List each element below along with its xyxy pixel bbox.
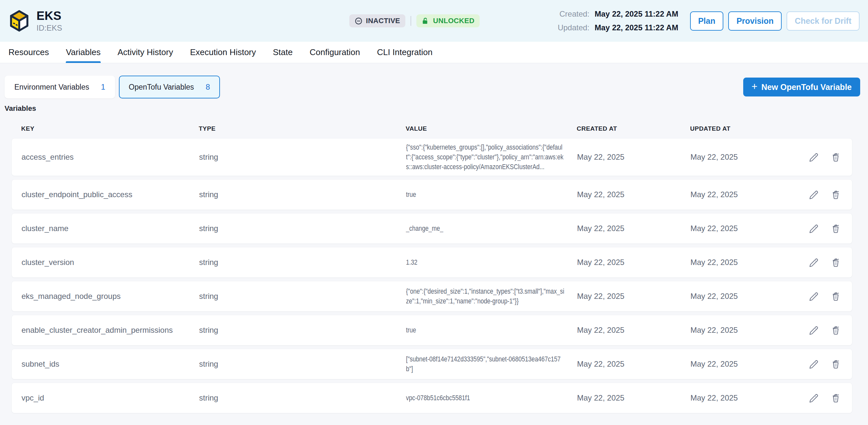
title-block: EKS ID:EKS <box>36 9 62 33</box>
variable-type: string <box>199 224 406 233</box>
pencil-icon <box>808 257 819 268</box>
row-actions <box>798 257 842 268</box>
tab-label: Execution History <box>190 47 256 57</box>
variable-type: string <box>199 393 406 402</box>
edit-variable-button[interactable] <box>808 359 819 369</box>
variable-key: eks_managed_node_groups <box>22 292 199 301</box>
tab-execution-history[interactable]: Execution History <box>190 42 256 63</box>
plan-button[interactable]: Plan <box>690 11 724 31</box>
delete-variable-button[interactable] <box>831 257 841 268</box>
tab-activity-history[interactable]: Activity History <box>118 42 173 63</box>
delete-variable-button[interactable] <box>831 393 841 403</box>
tab-label: Activity History <box>118 47 173 57</box>
variable-created-at: May 22, 2025 <box>577 258 690 267</box>
row-actions <box>798 152 842 162</box>
variable-created-at: May 22, 2025 <box>577 393 690 402</box>
variable-type: string <box>199 258 406 267</box>
variable-type-subtabs: Environment Variables 1 OpenTofu Variabl… <box>5 75 220 98</box>
tab-label: State <box>273 47 293 57</box>
variables-toolbar: Environment Variables 1 OpenTofu Variabl… <box>5 75 860 98</box>
delete-variable-button[interactable] <box>831 152 841 162</box>
tab-configuration[interactable]: Configuration <box>310 42 360 63</box>
variable-key: enable_cluster_creator_admin_permissions <box>22 326 199 335</box>
table-row: cluster_endpoint_public_access string tr… <box>11 179 852 210</box>
row-actions <box>798 223 842 234</box>
variable-value: true <box>406 325 577 335</box>
table-row: enable_cluster_creator_admin_permissions… <box>11 315 852 345</box>
environment-header: EKS ID:EKS INACTIVE UNLOCKED Created: Ma… <box>0 0 868 42</box>
edit-variable-button[interactable] <box>808 325 819 335</box>
provision-button[interactable]: Provision <box>728 11 782 31</box>
variable-key: subnet_ids <box>22 360 199 369</box>
delete-variable-button[interactable] <box>831 223 841 234</box>
tab-label: CLI Integration <box>377 47 433 57</box>
minus-circle-icon <box>354 17 363 25</box>
variable-created-at: May 22, 2025 <box>577 190 690 199</box>
table-row: cluster_name string _change_me_ May 22, … <box>11 213 852 244</box>
tofu-cube-logo-icon <box>8 10 30 32</box>
delete-variable-button[interactable] <box>831 325 841 335</box>
new-opentofu-variable-button[interactable]: + New OpenTofu Variable <box>743 78 860 96</box>
variable-updated-at: May 22, 2025 <box>690 153 798 162</box>
table-row: access_entries string {"sso":{"kubernete… <box>11 138 852 176</box>
variable-value: ["subnet-08f14e7142d333595","subnet-0680… <box>406 354 577 374</box>
edit-variable-button[interactable] <box>808 291 819 301</box>
lock-status-badge: UNLOCKED <box>416 14 479 27</box>
delete-variable-button[interactable] <box>831 291 841 301</box>
variable-created-at: May 22, 2025 <box>577 360 690 369</box>
column-header-type: TYPE <box>199 125 406 132</box>
variable-created-at: May 22, 2025 <box>577 153 690 162</box>
variable-key: cluster_version <box>22 258 199 267</box>
status-badge-inactive: INACTIVE <box>349 14 405 27</box>
edit-variable-button[interactable] <box>808 257 819 268</box>
status-badges: INACTIVE UNLOCKED <box>349 14 479 27</box>
tab-variables[interactable]: Variables <box>66 42 100 63</box>
variable-value: true <box>406 190 577 200</box>
tab-state[interactable]: State <box>273 42 293 63</box>
pencil-icon <box>808 359 819 369</box>
page-title: EKS <box>36 9 62 23</box>
variable-created-at: May 22, 2025 <box>577 326 690 335</box>
variables-page: Environment Variables 1 OpenTofu Variabl… <box>0 63 868 413</box>
variable-updated-at: May 22, 2025 <box>690 224 798 233</box>
subtab-environment-variables[interactable]: Environment Variables 1 <box>5 75 115 98</box>
variable-type: string <box>199 153 406 162</box>
edit-variable-button[interactable] <box>808 393 819 403</box>
variable-type: string <box>199 292 406 301</box>
subtab-opentofu-variables[interactable]: OpenTofu Variables 8 <box>119 75 220 98</box>
variable-updated-at: May 22, 2025 <box>690 258 798 267</box>
pencil-icon <box>808 291 819 301</box>
column-header-value: VALUE <box>406 125 577 132</box>
variable-updated-at: May 22, 2025 <box>690 190 798 199</box>
variable-type: string <box>199 326 406 335</box>
trash-icon <box>831 359 841 369</box>
row-actions <box>798 359 842 369</box>
variable-value: _change_me_ <box>406 223 577 233</box>
trash-icon <box>831 189 841 200</box>
tab-resources[interactable]: Resources <box>8 42 49 63</box>
tab-label: Resources <box>8 47 49 57</box>
variable-key: access_entries <box>22 153 199 162</box>
table-row: eks_managed_node_groups string {"one":{"… <box>11 281 852 311</box>
subtab-count-badge: 8 <box>206 83 210 92</box>
edit-variable-button[interactable] <box>808 223 819 234</box>
row-actions <box>798 325 842 335</box>
timestamps: Created: May 22, 2025 11:22 AM Updated: … <box>558 9 678 32</box>
variable-key: vpc_id <box>22 393 199 402</box>
variable-type: string <box>199 360 406 369</box>
unlock-icon <box>422 17 430 25</box>
tab-cli-integration[interactable]: CLI Integration <box>377 42 433 63</box>
tab-label: Configuration <box>310 47 360 57</box>
delete-variable-button[interactable] <box>831 359 841 369</box>
variable-updated-at: May 22, 2025 <box>690 326 798 335</box>
header-actions: Plan Provision Check for Drift <box>690 11 860 31</box>
variable-value: {"sso":{"kubernetes_groups":[],"policy_a… <box>406 143 577 172</box>
table-row: subnet_ids string ["subnet-08f14e7142d33… <box>11 349 852 380</box>
badge-divider <box>410 16 411 26</box>
delete-variable-button[interactable] <box>831 189 841 200</box>
edit-variable-button[interactable] <box>808 189 819 200</box>
row-actions <box>798 393 842 403</box>
table-rows: access_entries string {"sso":{"kubernete… <box>11 138 852 413</box>
edit-variable-button[interactable] <box>808 152 819 162</box>
column-header-created-at: CREATED AT <box>577 125 690 132</box>
